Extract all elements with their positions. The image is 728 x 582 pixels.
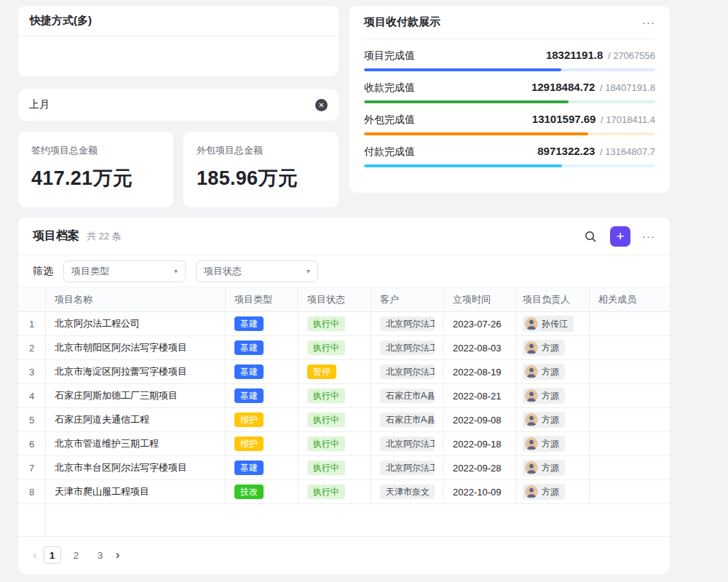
payments-title: 项目收付款展示 xyxy=(364,15,440,29)
customer-tag: 北京阿尔法工程公司 xyxy=(380,436,435,451)
stat-cards: 签约项目总金额 417.21万元 外包项目总金额 185.96万元 xyxy=(18,132,339,207)
dashboard: 快捷方式(多) 上月 ✕ 签约项目总金额 417.21万元 外包项目总金额 18… xyxy=(0,0,728,574)
progress-value: 18321191.8 xyxy=(546,49,603,61)
progress-fill xyxy=(364,100,569,103)
more-icon[interactable]: ··· xyxy=(642,16,655,28)
more-icon[interactable]: ··· xyxy=(642,230,655,242)
progress-total: / 27067556 xyxy=(605,50,655,61)
members-cell xyxy=(590,456,670,479)
table-row[interactable]: 4 石家庄阿斯加德工厂三期项目 基建 执行中 石家庄市A县 2022-08-21… xyxy=(18,384,670,408)
customer-tag: 石家庄市A县 xyxy=(380,388,435,403)
shortcuts-card: 快捷方式(多) xyxy=(18,6,339,76)
progress-label: 收款完成值 xyxy=(364,81,415,95)
project-type-select[interactable]: 项目类型 ▾ xyxy=(63,260,186,282)
pagination: ‹ 1 2 3 › xyxy=(18,537,670,573)
avatar xyxy=(525,485,538,498)
table-header: 项目名称 项目类型 项目状态 客户 立项时间 项目负责人 相关成员 xyxy=(18,287,670,312)
progress-fill xyxy=(364,132,588,135)
start-date: 2022-09-18 xyxy=(444,432,517,455)
project-name: 北京市丰台区阿尔法写字楼项目 xyxy=(46,456,226,479)
members-cell xyxy=(590,432,670,455)
project-name: 石家庄阿道夫通信工程 xyxy=(46,408,226,431)
prev-page-icon[interactable]: ‹ xyxy=(33,548,37,562)
owner-name: 孙传江 xyxy=(542,318,568,330)
header-cell: 项目状态 xyxy=(298,287,371,311)
page-button-1[interactable]: 1 xyxy=(44,546,61,564)
table-row[interactable]: 3 北京市海淀区阿拉蕾写字楼项目 基建 暂停 北京阿尔法工程公司 2022-08… xyxy=(18,360,670,384)
chevron-down-icon: ▾ xyxy=(306,267,310,275)
start-date: 2022-09-08 xyxy=(444,408,517,431)
progress-total: / 13164807.7 xyxy=(597,146,655,157)
project-name: 石家庄阿斯加德工厂三期项目 xyxy=(46,384,226,407)
header-cell: 客户 xyxy=(371,287,444,311)
table-row[interactable]: 2 北京市朝阳区阿尔法写字楼项目 基建 执行中 北京阿尔法工程公司 2022-0… xyxy=(18,336,670,360)
start-date: 2022-10-09 xyxy=(444,480,517,503)
stat-card-signed: 签约项目总金额 417.21万元 xyxy=(18,132,173,207)
customer-tag: 石家庄市A县 xyxy=(380,412,435,427)
project-archive-card: 项目档案 共 22 条 + ··· 筛选 项目类型 ▾ 项目状态 ▾ 项目名称 … xyxy=(18,218,670,574)
owner-pill: 方源 xyxy=(523,484,565,500)
project-type-tag: 基建 xyxy=(234,316,264,331)
avatar xyxy=(525,413,538,426)
avatar xyxy=(525,365,538,378)
project-type-tag: 基建 xyxy=(234,388,264,403)
project-type-tag: 基建 xyxy=(234,461,264,475)
header-cell: 项目名称 xyxy=(46,287,226,311)
owner-name: 方源 xyxy=(542,390,559,402)
progress-track xyxy=(364,164,655,167)
owner-pill: 方源 xyxy=(523,364,565,380)
filter-bar: 筛选 项目类型 ▾ 项目状态 ▾ xyxy=(18,255,670,287)
chevron-down-icon: ▾ xyxy=(174,267,178,275)
project-type-tag: 基建 xyxy=(234,340,264,355)
row-index: 8 xyxy=(18,480,46,503)
row-index: 7 xyxy=(18,456,46,479)
header-index xyxy=(18,287,46,311)
progress-fill xyxy=(364,164,562,167)
search-icon[interactable] xyxy=(584,230,597,243)
row-index: 2 xyxy=(18,336,46,359)
project-type-tag: 维护 xyxy=(234,412,264,427)
add-record-button[interactable]: + xyxy=(610,226,630,247)
owner-name: 方源 xyxy=(542,414,559,426)
next-page-icon[interactable]: › xyxy=(116,548,120,562)
project-status-tag: 暂停 xyxy=(307,364,336,379)
table-row[interactable]: 5 石家庄阿道夫通信工程 维护 执行中 石家庄市A县 2022-09-08 方源 xyxy=(18,408,670,432)
owner-name: 方源 xyxy=(542,486,559,498)
top-section: 快捷方式(多) 上月 ✕ 签约项目总金额 417.21万元 外包项目总金额 18… xyxy=(18,6,670,207)
project-status-select[interactable]: 项目状态 ▾ xyxy=(196,260,318,282)
project-type-tag: 基建 xyxy=(234,364,264,379)
start-date: 2022-08-19 xyxy=(444,360,517,383)
progress-label: 项目完成值 xyxy=(364,49,415,63)
members-cell xyxy=(590,480,670,503)
customer-tag: 北京阿尔法工程公司 xyxy=(380,461,435,475)
start-date: 2022-08-03 xyxy=(444,336,517,359)
progress-value: 13101597.69 xyxy=(532,113,596,125)
table-row[interactable]: 8 天津市爬山服工程项目 技改 执行中 天津市奈文 2022-10-09 方源 xyxy=(18,480,670,504)
table-row[interactable]: 1 北京阿尔法工程公司 基建 执行中 北京阿尔法工程公司 2023-07-26 … xyxy=(18,312,670,336)
clear-icon[interactable]: ✕ xyxy=(315,99,328,111)
table-row[interactable]: 6 北京市管道维护三期工程 维护 执行中 北京阿尔法工程公司 2022-09-1… xyxy=(18,432,670,456)
header-cell: 项目类型 xyxy=(226,287,298,311)
project-status-tag: 执行中 xyxy=(307,340,345,355)
progress-fill xyxy=(364,68,561,71)
table-row[interactable]: 7 北京市丰台区阿尔法写字楼项目 基建 执行中 北京阿尔法工程公司 2022-0… xyxy=(18,456,670,480)
progress-value: 8971322.23 xyxy=(537,145,595,157)
avatar xyxy=(525,461,538,474)
progress-total: / 18407191.8 xyxy=(597,82,655,93)
customer-tag: 北京阿尔法工程公司 xyxy=(380,340,435,355)
project-status-tag: 执行中 xyxy=(307,485,345,499)
row-index: 4 xyxy=(18,384,46,407)
empty-row xyxy=(18,504,670,537)
page-button-3[interactable]: 3 xyxy=(92,546,109,564)
date-filter[interactable]: 上月 ✕ xyxy=(18,89,339,121)
row-index: 3 xyxy=(18,360,46,383)
progress-total: / 17018411.4 xyxy=(598,114,655,125)
header-cell: 立项时间 xyxy=(444,287,517,311)
customer-tag: 北京阿尔法工程公司 xyxy=(380,364,435,379)
select-value: 项目类型 xyxy=(71,265,109,278)
project-name: 北京市海淀区阿拉蕾写字楼项目 xyxy=(46,360,226,383)
project-status-tag: 执行中 xyxy=(307,316,345,331)
page-button-2[interactable]: 2 xyxy=(68,546,85,564)
select-value: 项目状态 xyxy=(204,265,242,278)
left-column: 快捷方式(多) 上月 ✕ 签约项目总金额 417.21万元 外包项目总金额 18… xyxy=(18,6,339,207)
